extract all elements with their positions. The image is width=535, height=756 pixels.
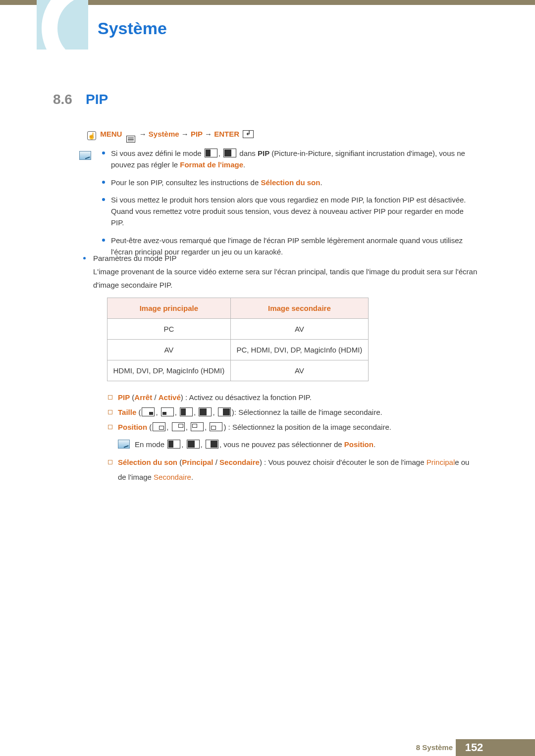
opt-value: Secondaire [219,458,260,466]
enter-icon [243,130,254,138]
position-note: En mode , , , vous ne pouvez pas sélecti… [135,438,478,451]
text-highlight: Position [344,440,374,449]
table-cell: PC, HDMI, DVI, DP, MagicInfo (HDMI) [230,340,368,360]
pip-mode-icon [205,149,217,157]
text: Si vous avez défini le mode [111,149,204,157]
text-highlight: Principal [427,458,455,466]
nav-menu: MENU [100,130,122,138]
text: . [320,178,322,187]
section-number: 8.6 [53,92,72,107]
note-list: Si vous avez défini le mode , dans PIP (… [111,148,478,257]
pip-size-icon [161,407,174,416]
nav-pip: PIP [191,130,203,138]
note-item: Pour le son PIP, consultez les instructi… [111,177,478,188]
pip-pos-icon [172,422,185,431]
text: . [374,440,375,449]
opt-value: Activé [159,393,181,402]
note-icon [79,151,91,160]
note-block: Si vous avez défini le mode , dans PIP (… [79,148,478,263]
table-cell: AV [107,340,231,360]
content-list: Paramètres du mode PIP L'image provenant… [79,252,478,485]
table-cell: AV [230,319,368,340]
pip-size-icon [142,407,155,416]
opt-value: Principal [182,458,213,466]
source-table: Image principale Image secondaire PC AV … [107,298,369,381]
pip-mode-icon [223,149,236,157]
footer: 8 Système 152 [0,739,535,756]
opt-desc: : Vous pouvez choisir d'écouter le son d… [262,458,427,466]
opt-label: PIP [118,393,130,402]
opt-desc: : Activez ou désactivez la fonction PIP. [183,393,312,402]
pip-pos-icon [210,422,222,431]
text-highlight: Format de l'image [180,160,243,169]
pip-mode-icon [167,440,180,449]
page-number: 152 [456,739,492,756]
section-title: PIP [86,92,108,107]
chapter-title: Système [98,19,167,38]
text: En mode [135,440,166,449]
table-row: AV PC, HDMI, DVI, DP, MagicInfo (HDMI) [107,340,369,360]
option-taille: Taille (, , , , ): Sélectionnez la taill… [108,405,478,420]
table-cell: PC [107,319,231,340]
table-row: PC AV [107,319,369,340]
text: . [243,160,245,169]
text: Pour le son PIP, consultez les instructi… [111,178,261,187]
note-item: Si vous mettez le produit hors tension a… [111,194,478,229]
table-header: Image secondaire [230,298,368,319]
option-son: Sélection du son (Principal / Secondaire… [108,455,478,485]
opt-value: Arrêt [134,393,152,402]
text-bold: PIP [258,149,269,157]
table-header: Image principale [107,298,231,319]
chapter-tab-decoration [37,0,88,50]
option-pip: PIP (Arrêt / Activé) : Activez ou désact… [108,390,478,405]
pip-pos-icon [153,422,165,431]
opt-desc: : Sélectionnez la position de la image s… [226,423,391,431]
pip-mode-icon [187,440,200,449]
opt-desc: : Sélectionnez la taille de l'image seco… [234,408,382,416]
hand-icon: ☝ [87,131,96,140]
pip-size-icon [218,407,231,416]
text: . [191,473,193,481]
nav-enter: ENTER [214,130,239,138]
pip-mode-icon [206,440,218,449]
nav-systeme: Système [149,130,179,138]
note-item: Si vous avez défini le mode , dans PIP (… [111,148,478,171]
footer-edge [492,739,535,756]
text-highlight: Secondaire [154,473,191,481]
pip-size-icon [199,407,212,416]
menu-bars-icon [126,136,135,143]
pip-size-icon [180,407,193,416]
text: , vous ne pouvez pas sélectionner de [219,440,344,449]
table-cell: AV [230,360,368,381]
opt-label: Position [118,423,147,431]
pip-pos-icon [191,422,204,431]
option-position: Position (, , , ) : Sélectionnez la posi… [108,420,478,451]
table-cell: HDMI, DVI, DP, MagicInfo (HDMI) [107,360,231,381]
params-item: Paramètres du mode PIP L'image provenant… [79,252,478,485]
note-icon [118,440,130,449]
options-list: PIP (Arrêt / Activé) : Activez ou désact… [108,390,478,485]
params-heading: Paramètres du mode PIP [93,254,176,262]
footer-chapter-label: 8 Système [416,743,453,752]
opt-label: Taille [118,408,136,416]
params-desc: L'image provenant de la source vidéo ext… [93,267,477,289]
opt-label: Sélection du son [118,458,177,466]
text-highlight: Sélection du son [261,178,320,187]
menu-path: ☝ MENU → Système → PIP → ENTER [87,130,254,143]
table-row: HDMI, DVI, DP, MagicInfo (HDMI) AV [107,360,369,381]
text: dans [239,149,258,157]
